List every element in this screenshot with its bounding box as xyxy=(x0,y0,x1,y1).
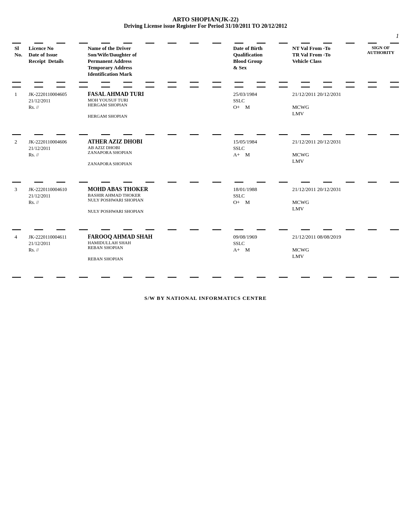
register-table: Sl No. Licence NoDate of IssueReceipt De… xyxy=(12,44,399,279)
dob-details: 09/08/1969 SSLC A+ M xyxy=(231,231,290,262)
header-divider-row xyxy=(12,79,399,84)
spacer-row xyxy=(12,167,399,179)
col-name: Name of the DriverSon/Wife/Daughter ofPe… xyxy=(85,44,203,79)
licence-details: JK-2220110004611 21/12/2011 Rs. // xyxy=(26,231,85,262)
sl-no: 2 xyxy=(12,136,26,167)
sign-col xyxy=(363,231,399,262)
col-validity: NT Val From -ToTR Val From -ToVehicle Cl… xyxy=(290,44,362,79)
col-sign: SIGN OFAUTHORITY xyxy=(363,44,399,79)
final-divider xyxy=(12,274,399,279)
subtitle: Driving License issue Register For Perio… xyxy=(12,23,399,29)
col-spacer xyxy=(203,44,231,79)
sl-no: 4 xyxy=(12,231,26,262)
column-header-row: Sl No. Licence NoDate of IssueReceipt De… xyxy=(12,44,399,79)
spacer-col xyxy=(203,89,231,119)
sl-no: 3 xyxy=(12,184,26,214)
page-number: 1 xyxy=(12,33,399,39)
licence-details: JK-2220110004610 21/12/2011 Rs. // xyxy=(26,184,85,214)
spacer-col xyxy=(203,231,231,262)
page-header: ARTO SHOPIAN(JK-22) Driving License issu… xyxy=(12,16,399,39)
validity-details: 21/12/2011 08/08/2019 MCWGLMV xyxy=(290,231,362,262)
spacer-row xyxy=(12,262,399,274)
table-row: 1JK-2220110004605 21/12/2011 Rs. //FASAL… xyxy=(12,89,399,119)
sign-col xyxy=(363,136,399,167)
sign-col xyxy=(363,184,399,214)
licence-details: JK-2220110004605 21/12/2011 Rs. // xyxy=(26,89,85,119)
table-row: 4JK-2220110004611 21/12/2011 Rs. //FAROO… xyxy=(12,231,399,262)
driver-info: MOHD ABAS THOKER BASHIR AHMAD THOKER NUL… xyxy=(85,184,203,214)
col-licence: Licence NoDate of IssueReceipt Details xyxy=(26,44,85,79)
footer: S/W BY NATIONAL INFORMATICS CENTRE xyxy=(12,295,399,301)
validity-details: 21/12/2011 20/12/2031 MCWGLMV xyxy=(290,89,362,119)
validity-details: 21/12/2011 20/12/2031 MCWGLMV xyxy=(290,184,362,214)
entry-divider xyxy=(12,179,399,184)
table-row: 3JK-2220110004610 21/12/2011 Rs. //MOHD … xyxy=(12,184,399,214)
dob-details: 18/01/1988 SSLC O+ M xyxy=(231,184,290,214)
entry-divider xyxy=(12,84,399,89)
dob-details: 25/03/1984 SSLC O+ M xyxy=(231,89,290,119)
col-slno: Sl No. xyxy=(12,44,26,79)
table-row: 2JK-2220110004606 21/12/2011 Rs. //ATHER… xyxy=(12,136,399,167)
spacer-row xyxy=(12,119,399,131)
validity-details: 21/12/2011 20/12/2031 MCWGLMV xyxy=(290,136,362,167)
spacer-row xyxy=(12,214,399,227)
sl-no: 1 xyxy=(12,89,26,119)
entry-divider xyxy=(12,227,399,231)
title: ARTO SHOPIAN(JK-22) xyxy=(12,16,399,23)
spacer-col xyxy=(203,184,231,214)
entry-divider xyxy=(12,131,399,136)
col-dob: Date of BirthQualificationBlood Group& S… xyxy=(231,44,290,79)
licence-details: JK-2220110004606 21/12/2011 Rs. // xyxy=(26,136,85,167)
driver-info: ATHER AZIZ DHOBI AB AZIZ DHOBI ZANAPORA … xyxy=(85,136,203,167)
driver-info: FAROOQ AHMAD SHAH HAMIDULLAH SHAH REBAN … xyxy=(85,231,203,262)
dob-details: 15/05/1984 SSLC A+ M xyxy=(231,136,290,167)
spacer-col xyxy=(203,136,231,167)
driver-info: FASAL AHMAD TURI MOH YOUSUF TURI HERGAM … xyxy=(85,89,203,119)
sign-col xyxy=(363,89,399,119)
